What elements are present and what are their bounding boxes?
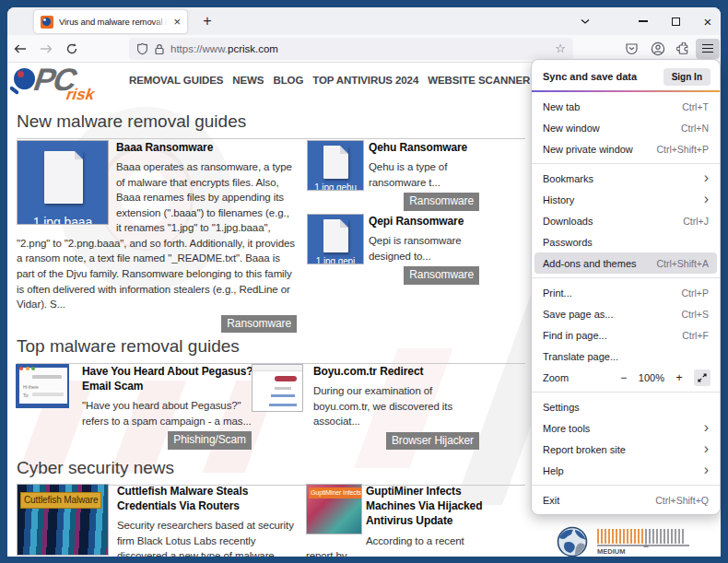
zoom-out-button[interactable]: −: [616, 371, 631, 384]
new-tab-button[interactable]: +: [195, 10, 219, 33]
submenu-chevron-icon: ›: [704, 463, 709, 477]
article-qehu-thumbnail[interactable]: 1.jpg.qehu: [307, 140, 364, 191]
article-baaa-tag[interactable]: Ransomware: [221, 315, 297, 333]
menu-gradient-separator: [532, 90, 720, 92]
nav-news[interactable]: NEWS: [232, 75, 264, 86]
threat-level-label: MEDIUM: [597, 547, 689, 556]
menu-item-zoom: Zoom − 100% +: [532, 367, 720, 388]
browser-tab[interactable]: Virus and malware removal inst ×: [34, 10, 187, 33]
article-pegasus-body: "Have you heard about Pegasus?" refers t…: [82, 400, 252, 427]
zoom-in-button[interactable]: +: [672, 371, 687, 384]
article-qepi-thumbnail[interactable]: 1.jpg.qepi: [307, 214, 364, 264]
nav-removal-guides[interactable]: REMOVAL GUIDES: [129, 75, 223, 86]
url-bar[interactable]: https://www.pcrisk.com ☆: [129, 38, 573, 60]
zoom-level[interactable]: 100%: [639, 372, 664, 383]
menu-sync-row[interactable]: Sync and save data Sign In: [532, 65, 720, 88]
menu-item-addons-themes[interactable]: Add-ons and themesCtrl+Shift+A: [534, 252, 717, 274]
pcrisk-logo[interactable]: PC risk: [9, 65, 120, 101]
section-heading-top-guides: Top malware removal guides: [17, 336, 525, 364]
menu-item-downloads[interactable]: DownloadsCtrl+J: [532, 210, 720, 231]
article-guptiminer-thumbnail[interactable]: GuptiMiner Infects: [306, 484, 362, 534]
tab-title: Virus and malware removal inst: [59, 17, 168, 27]
site-nav: REMOVAL GUIDES NEWS BLOG TOP ANTIVIRUS 2…: [129, 75, 530, 86]
menu-item-passwords[interactable]: Passwords: [532, 231, 720, 252]
article-qehu[interactable]: 1.jpg.qehu Qehu Ransomware Qehu is a typ…: [307, 140, 479, 211]
menu-item-new-window[interactable]: New windowCtrl+N: [532, 117, 720, 138]
lock-icon[interactable]: [154, 43, 165, 55]
article-baaa-thumbnail[interactable]: 1.jpg.baaa: [17, 140, 109, 225]
firefox-app-menu: Sync and save data Sign In New tabCtrl+T…: [531, 59, 721, 515]
article-boyu[interactable]: Boyu.com.tr Redirect During our examinat…: [252, 364, 479, 450]
fullscreen-button[interactable]: [694, 369, 710, 386]
submenu-chevron-icon: ›: [704, 170, 709, 185]
article-boyu-body: During our examination of boyu.com.tr, w…: [313, 385, 452, 427]
menu-item-find-in-page[interactable]: Find in page...Ctrl+F: [532, 324, 720, 346]
nav-blog[interactable]: BLOG: [273, 75, 303, 86]
tab-bar: Virus and malware removal inst × + ×: [7, 7, 721, 35]
menu-item-settings[interactable]: Settings: [532, 396, 720, 417]
menu-item-new-tab[interactable]: New tabCtrl+T: [532, 96, 720, 117]
url-text: https://www.pcrisk.com: [170, 43, 278, 54]
submenu-chevron-icon: ›: [704, 420, 709, 435]
article-pegasus-thumbnail[interactable]: Hi there To:: [16, 364, 69, 408]
menu-item-more-tools[interactable]: More tools›: [532, 417, 720, 439]
nav-website-scanner[interactable]: WEBSITE SCANNER: [428, 75, 530, 86]
article-qepi-tag[interactable]: Ransomware: [404, 266, 479, 284]
article-qehu-tag[interactable]: Ransomware: [404, 193, 479, 210]
submenu-chevron-icon: ›: [704, 192, 709, 206]
article-qepi[interactable]: 1.jpg.qepi Qepi Ransomware Qepi is ranso…: [307, 214, 479, 285]
article-cuttlefish-thumbnail[interactable]: Cuttlefish Malware: [17, 484, 109, 556]
bookmark-star-icon[interactable]: ☆: [555, 41, 566, 55]
article-boyu-thumbnail[interactable]: [252, 364, 303, 412]
menu-separator: [532, 392, 720, 393]
menu-item-new-private-window[interactable]: New private windowCtrl+Shift+P: [532, 138, 720, 159]
article-guptiminer[interactable]: GuptiMiner Infects GuptiMiner Infects Ma…: [306, 484, 490, 557]
submenu-chevron-icon: ›: [704, 441, 709, 456]
threat-meter-bars: [597, 529, 689, 544]
globe-icon: [557, 526, 588, 557]
article-baaa[interactable]: 1.jpg.baaa Baaa Ransomware Baaa operates…: [17, 140, 297, 333]
article-qepi-body: Qepi is ransomware designed to...: [369, 235, 461, 262]
sign-in-button[interactable]: Sign In: [663, 68, 710, 86]
nav-top-antivirus[interactable]: TOP ANTIVIRUS 2024: [312, 75, 418, 86]
menu-item-exit[interactable]: ExitCtrl+Shift+Q: [532, 489, 720, 510]
menu-separator: [532, 277, 720, 278]
browser-window: Virus and malware removal inst × + ×: [7, 7, 721, 557]
menu-item-help[interactable]: Help›: [532, 460, 720, 481]
menu-separator: [532, 163, 720, 164]
menu-item-report-broken-site[interactable]: Report broken site›: [532, 439, 720, 460]
menu-item-bookmarks[interactable]: Bookmarks›: [532, 168, 720, 189]
section-heading-news: Cyber security news: [17, 458, 525, 486]
menu-item-save-page[interactable]: Save page as...Ctrl+S: [532, 303, 720, 324]
article-pegasus[interactable]: Hi there To: Have You Heard About Pegasu…: [16, 364, 252, 450]
reload-button[interactable]: [59, 35, 85, 63]
list-tabs-icon[interactable]: [571, 7, 599, 35]
article-guptiminer-body: According to a recent report by ...: [306, 535, 464, 557]
tab-close-icon[interactable]: ×: [173, 16, 181, 28]
close-button[interactable]: ×: [694, 7, 722, 35]
article-qehu-body: Qehu is a type of ransomware t...: [369, 161, 447, 188]
section-heading-new-guides: New malware removal guides: [17, 111, 525, 139]
article-boyu-tag[interactable]: Browser Hijacker: [386, 432, 479, 450]
menu-separator: [532, 485, 720, 486]
article-cuttlefish-body: Security researchers based at security f…: [117, 520, 294, 557]
maximize-button[interactable]: [662, 7, 689, 35]
threat-level-meter: MEDIUM: [597, 529, 689, 556]
site-favicon-icon: [41, 16, 53, 29]
back-button[interactable]: [7, 35, 33, 63]
menu-item-history[interactable]: History›: [532, 189, 720, 210]
forward-button[interactable]: [33, 35, 59, 63]
shield-icon[interactable]: [136, 42, 148, 55]
menu-item-print[interactable]: Print...Ctrl+P: [532, 282, 720, 303]
article-pegasus-tag[interactable]: Phishing/Scam: [168, 431, 252, 449]
menu-item-translate-page[interactable]: Translate page...: [532, 346, 720, 367]
minimize-button[interactable]: [629, 7, 657, 35]
article-cuttlefish[interactable]: Cuttlefish Malware Cuttlefish Malware St…: [17, 484, 304, 557]
